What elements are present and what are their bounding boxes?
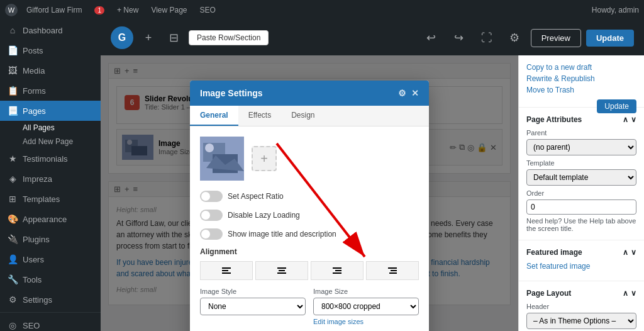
- show-image-title-label: Show image title and description: [228, 230, 336, 238]
- sidebar-item-users[interactable]: 👤 Users: [0, 249, 101, 269]
- sidebar: ⌂ Dashboard 📄 Posts 🖼 Media 📋 Forms 📃 Pa…: [0, 20, 101, 331]
- admin-bar-view-page[interactable]: View Page: [147, 6, 191, 14]
- svg-rect-20: [389, 272, 397, 274]
- fullscreen-button[interactable]: ⛶: [475, 26, 498, 49]
- disable-lazy-loading-label: Disable Lazy Loading: [228, 211, 300, 220]
- edit-image-sizes-link[interactable]: Edit image sizes: [313, 318, 419, 325]
- forms-icon: 📋: [8, 86, 18, 96]
- svg-rect-13: [279, 270, 285, 271]
- users-icon: 👤: [8, 254, 18, 264]
- tab-design[interactable]: Design: [281, 106, 325, 126]
- sidebar-divider: [0, 312, 101, 313]
- admin-bar-notification[interactable]: 1: [91, 6, 108, 14]
- template-select[interactable]: Default template: [526, 169, 636, 186]
- sidebar-item-label: Posts: [23, 46, 43, 55]
- undo-button[interactable]: ↩: [420, 26, 443, 49]
- sidebar-item-dashboard[interactable]: ⌂ Dashboard: [0, 20, 101, 40]
- expand-icon[interactable]: ∨: [631, 115, 636, 124]
- sidebar-item-posts[interactable]: 📄 Posts: [0, 40, 101, 60]
- sidebar-item-settings[interactable]: ⚙ Settings: [0, 289, 101, 310]
- right-sidebar: Copy to a new draft Rewrite & Republish …: [518, 55, 644, 331]
- wp-logo[interactable]: W: [5, 4, 18, 16]
- sidebar-item-label: Templates: [23, 194, 60, 204]
- main-layout: ⌂ Dashboard 📄 Posts 🖼 Media 📋 Forms 📃 Pa…: [0, 20, 644, 331]
- modal-image-preview: [200, 137, 244, 181]
- sidebar-item-label: SEO: [23, 321, 40, 330]
- appearance-icon: 🎨: [8, 214, 18, 224]
- hint-text: Need help? Use the Help tab above the sc…: [526, 217, 636, 232]
- svg-rect-9: [222, 267, 231, 269]
- align-center-right-button[interactable]: [311, 261, 364, 280]
- sidebar-item-seo[interactable]: ◎ SEO: [0, 315, 101, 331]
- sidebar-item-impreza[interactable]: ◈ Impreza: [0, 169, 101, 189]
- set-aspect-ratio-label: Set Aspect Ratio: [228, 192, 284, 201]
- svg-rect-16: [335, 270, 341, 271]
- page-layout-title: Page Layout ∧ ∨: [526, 289, 636, 298]
- align-center-button[interactable]: [255, 261, 308, 280]
- modal-settings-icon[interactable]: ⚙: [398, 88, 406, 98]
- sidebar-item-label: Testimonials: [23, 154, 68, 164]
- modal-overlay[interactable]: Image Settings ⚙ ✕ General Effects Desig…: [101, 55, 518, 331]
- sidebar-item-testimonials[interactable]: ★ Testimonials: [0, 149, 101, 169]
- preview-button[interactable]: Preview: [531, 29, 581, 47]
- settings-icon: ⚙: [8, 295, 18, 305]
- sidebar-sub-all-pages[interactable]: All Pages: [0, 121, 101, 135]
- set-aspect-ratio-toggle[interactable]: [200, 191, 223, 202]
- svg-rect-14: [277, 272, 286, 274]
- set-aspect-ratio-row: Set Aspect Ratio: [200, 191, 419, 202]
- admin-bar: W Gifford Law Firm 1 + New View Page SEO…: [0, 0, 644, 20]
- rewrite-republish-link[interactable]: Rewrite & Republish: [526, 74, 636, 83]
- sidebar-item-pages[interactable]: 📃 Pages: [0, 101, 101, 121]
- modal-header-icons: ⚙ ✕: [398, 88, 419, 98]
- order-input[interactable]: [526, 199, 636, 215]
- admin-bar-seo[interactable]: SEO: [196, 6, 219, 14]
- sidebar-item-media[interactable]: 🖼 Media: [0, 60, 101, 81]
- sidebar-item-templates[interactable]: ⊞ Templates: [0, 189, 101, 209]
- svg-rect-10: [222, 270, 228, 271]
- admin-bar-new[interactable]: + New: [113, 6, 142, 14]
- sidebar-item-forms[interactable]: 📋 Forms: [0, 81, 101, 101]
- collapse-icon-2[interactable]: ∧: [623, 248, 628, 257]
- sidebar-item-plugins[interactable]: 🔌 Plugins: [0, 229, 101, 249]
- alignment-section-title: Alignment: [200, 247, 419, 256]
- image-style-select[interactable]: None: [200, 298, 306, 315]
- show-image-title-toggle[interactable]: [200, 228, 223, 240]
- move-to-trash-link[interactable]: Move to Trash: [526, 86, 636, 94]
- content: G + ⊟ Paste Row/Section ↩ ↪ ⛶ ⚙ Preview …: [101, 20, 644, 331]
- add-button[interactable]: +: [138, 28, 158, 48]
- paste-row-section-button[interactable]: Paste Row/Section: [189, 30, 269, 45]
- set-featured-image-link[interactable]: Set featured image: [526, 262, 636, 271]
- admin-bar-site-name[interactable]: Gifford Law Firm: [23, 6, 86, 14]
- modal-close-icon[interactable]: ✕: [411, 88, 419, 98]
- admin-bar-left: W Gifford Law Firm 1 + New View Page SEO: [5, 4, 219, 16]
- collapse-icon-3[interactable]: ∧: [623, 289, 628, 298]
- settings-button[interactable]: ⚙: [503, 26, 526, 49]
- copy-to-new-draft-link[interactable]: Copy to a new draft: [526, 63, 636, 72]
- align-right-button[interactable]: [366, 261, 419, 280]
- plugins-icon: 🔌: [8, 234, 18, 244]
- update-button-sidebar[interactable]: Update: [597, 99, 636, 113]
- header-select[interactable]: – As in Theme Options –: [526, 313, 636, 329]
- tab-effects[interactable]: Effects: [238, 106, 281, 126]
- sidebar-item-tools[interactable]: 🔧 Tools: [0, 269, 101, 289]
- update-button[interactable]: Update: [586, 30, 634, 47]
- dashboard-icon: ⌂: [8, 25, 18, 35]
- disable-lazy-loading-toggle[interactable]: [200, 210, 223, 221]
- sidebar-sub-add-new-page[interactable]: Add New Page: [0, 135, 101, 149]
- grid-button[interactable]: ⊟: [164, 28, 184, 48]
- featured-image-controls: ∧ ∨: [623, 248, 636, 257]
- posts-icon: 📄: [8, 45, 18, 55]
- expand-icon-3[interactable]: ∨: [631, 289, 636, 298]
- testimonials-icon: ★: [8, 154, 18, 164]
- align-left-button[interactable]: [200, 261, 253, 280]
- collapse-icon[interactable]: ∧: [623, 115, 628, 124]
- parent-select[interactable]: (no parent): [526, 139, 636, 155]
- tab-general[interactable]: General: [190, 106, 238, 126]
- svg-rect-19: [391, 270, 397, 271]
- image-size-select[interactable]: 800×800 cropped: [313, 298, 419, 315]
- sidebar-item-appearance[interactable]: 🎨 Appearance: [0, 209, 101, 229]
- redo-button[interactable]: ↪: [448, 26, 470, 49]
- order-label: Order: [526, 189, 636, 197]
- expand-icon-2[interactable]: ∨: [631, 248, 636, 257]
- add-image-button[interactable]: +: [252, 146, 277, 171]
